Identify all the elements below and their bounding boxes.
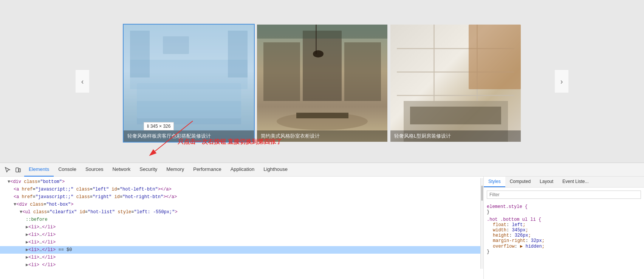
dom-panel: ▼<div class="bottom"> <a href="javascrip… xyxy=(0,177,484,279)
devtools-tabs: Elements Console Sources Network Securit… xyxy=(24,163,292,177)
css-prop-float: float: left; xyxy=(487,222,641,228)
tab-sources[interactable]: Sources xyxy=(81,163,108,177)
css-close-brace-li: } xyxy=(487,249,489,254)
carousel-left-arrow[interactable]: ‹ xyxy=(76,70,89,93)
css-prop-height: height: 326px; xyxy=(487,233,641,238)
dom-line[interactable]: ▼<div class="bottom"> xyxy=(0,178,480,186)
carousel-image-1[interactable]: 轻奢风格样板房客厅色彩搭配装修设计 xyxy=(124,25,254,142)
carousel-container: 轻奢风格样板房客厅色彩搭配装修设计 简约美式风格卧室衣柜设计 xyxy=(124,25,520,142)
styles-tab-computed[interactable]: Computed xyxy=(505,177,535,187)
css-rule-element-style: element.style { } xyxy=(487,204,641,215)
dom-line[interactable]: ▶<li>…</li> xyxy=(0,254,480,261)
tooltip-size: 345 × 326 xyxy=(150,124,171,129)
css-prop-margin-right: margin-right: 32px; xyxy=(487,238,641,243)
scroll-thumb xyxy=(481,186,483,201)
tab-memory[interactable]: Memory xyxy=(162,163,189,177)
carousel-image-3[interactable]: 轻奢风格L型厨房装修设计 xyxy=(390,25,521,142)
css-prop-width: width: 345px; xyxy=(487,228,641,233)
devtools-toolbar: Elements Console Sources Network Securit… xyxy=(0,163,644,177)
css-selector-li: .hot .bottom ul li { xyxy=(487,217,641,222)
tab-performance[interactable]: Performance xyxy=(189,163,226,177)
tab-elements[interactable]: Elements xyxy=(24,163,54,177)
image-3-caption: 轻奢风格L型厨房装修设计 xyxy=(390,130,521,142)
css-prop-overflow: overflow: ▶ hidden; xyxy=(487,243,641,249)
tooltip-tag: li xyxy=(147,124,149,129)
styles-content: element.style { } .hot .bottom ul li { f… xyxy=(484,188,644,279)
dom-line[interactable]: <a href="javascript:;" class="left" id="… xyxy=(0,186,480,193)
dom-line[interactable]: ▶<li>…</li> xyxy=(0,223,480,231)
svg-rect-2 xyxy=(16,168,19,172)
dom-line[interactable]: <a href="javascript:;" class="right" id=… xyxy=(0,193,480,201)
styles-panel: Styles Computed Layout Event Liste... el… xyxy=(484,177,644,279)
css-rule-li: .hot .bottom ul li { float: left; width:… xyxy=(487,217,641,254)
element-tooltip: li 345 × 326 xyxy=(144,122,174,130)
device-icon[interactable] xyxy=(14,165,23,174)
top-area: ‹ 轻奢风格样板房客厅色彩搭配装修设计 xyxy=(0,0,644,163)
dom-line[interactable]: ▼<div class="hot-box"> xyxy=(0,201,480,208)
svg-rect-3 xyxy=(19,169,20,172)
dom-line[interactable]: ::before xyxy=(0,216,480,223)
styles-tab-layout[interactable]: Layout xyxy=(535,177,558,187)
tab-security[interactable]: Security xyxy=(135,163,162,177)
styles-tab-styles[interactable]: Styles xyxy=(484,177,505,187)
devtools-body: ▼<div class="bottom"> <a href="javascrip… xyxy=(0,177,644,279)
tab-application[interactable]: Application xyxy=(226,163,259,177)
annotation-text: 只点击一次右按钮 直接切换到第四张了 xyxy=(178,138,282,146)
cursor-icon[interactable] xyxy=(3,165,12,174)
styles-tab-event-listeners[interactable]: Event Liste... xyxy=(558,177,593,187)
styles-filter-input[interactable] xyxy=(487,191,641,199)
tab-network[interactable]: Network xyxy=(108,163,135,177)
dom-line[interactable]: ▶<li>…</li> xyxy=(0,239,480,246)
dom-line[interactable]: ▶<li>…</li> xyxy=(0,231,480,239)
devtools-panel: Elements Console Sources Network Securit… xyxy=(0,163,644,279)
css-selector: element.style { xyxy=(487,204,641,209)
carousel-image-2[interactable]: 简约美式风格卧室衣柜设计 xyxy=(257,25,387,142)
dom-line[interactable]: ▶<li> </li> xyxy=(0,261,480,269)
scrollbar[interactable] xyxy=(480,178,483,269)
css-close-brace: } xyxy=(487,209,489,215)
dom-line-selected[interactable]: ▶<li>…</li> == $0 xyxy=(0,246,480,254)
tab-lighthouse[interactable]: Lighthouse xyxy=(259,163,292,177)
styles-tabs: Styles Computed Layout Event Liste... xyxy=(484,177,644,188)
carousel-right-arrow[interactable]: › xyxy=(555,70,568,93)
dom-line[interactable]: ▼<ul class="clearfix" id="hot-list" styl… xyxy=(0,208,480,216)
tab-console[interactable]: Console xyxy=(54,163,81,177)
